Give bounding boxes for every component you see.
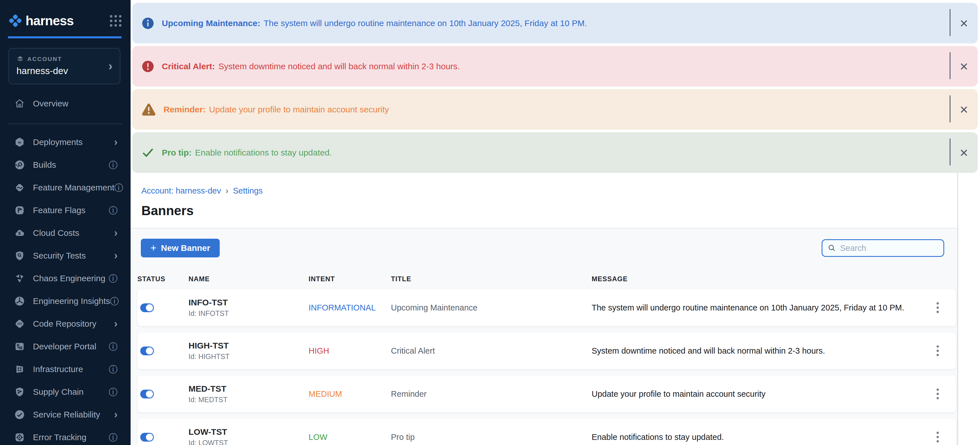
deployments-icon: ∞ bbox=[14, 137, 25, 148]
info-circle-icon: ⓘ bbox=[109, 365, 118, 374]
close-icon[interactable]: × bbox=[957, 15, 971, 32]
banner-label: Upcoming Maintenance: bbox=[162, 19, 260, 28]
header-status: STATUS bbox=[137, 275, 188, 283]
banner-id: Id: MEDTST bbox=[188, 396, 309, 404]
banner-name: INFO-TST bbox=[188, 298, 309, 307]
status-toggle[interactable] bbox=[140, 389, 154, 399]
sidebar-item-feature-management[interactable]: Feature Management ⓘ bbox=[0, 176, 130, 199]
sidebar-item-label: Chaos Engineering bbox=[33, 273, 105, 283]
close-icon[interactable]: × bbox=[957, 101, 971, 118]
row-menu-kebab-icon[interactable] bbox=[931, 386, 944, 402]
close-icon[interactable]: × bbox=[957, 58, 971, 75]
info-circle-icon: ⓘ bbox=[110, 297, 119, 306]
service-reliability-icon bbox=[14, 409, 25, 420]
account-label: ACCOUNT bbox=[27, 56, 62, 62]
intent-badge: LOW bbox=[309, 432, 327, 442]
sidebar-item-infrastructure[interactable]: Infrastructure ⓘ bbox=[0, 358, 130, 381]
sidebar-item-deployments[interactable]: ∞ Deployments › bbox=[0, 131, 130, 154]
banner-label: Pro tip: bbox=[162, 148, 192, 157]
header-message: MESSAGE bbox=[592, 275, 919, 283]
sidebar-item-label: Code Repository bbox=[33, 319, 96, 329]
intent-badge: HIGH bbox=[309, 346, 329, 355]
banner-divider bbox=[950, 9, 950, 36]
sidebar-item-developer-portal[interactable]: Developer Portal ⓘ bbox=[0, 335, 130, 358]
check-icon bbox=[142, 146, 154, 159]
status-toggle[interactable] bbox=[140, 346, 154, 355]
sidebar-item-cloud-costs[interactable]: $ Cloud Costs › bbox=[0, 222, 130, 244]
sidebar-divider bbox=[8, 124, 123, 124]
sidebar-item-supply-chain[interactable]: Supply Chain ⓘ bbox=[0, 381, 130, 403]
logo-text: harness bbox=[25, 13, 73, 29]
search-icon bbox=[827, 243, 836, 253]
page-title: Banners bbox=[142, 203, 957, 218]
breadcrumb-account-link[interactable]: Account: harness-dev bbox=[142, 186, 221, 195]
banner-message-cell: System downtime noticed and will back no… bbox=[592, 346, 825, 355]
svg-text:∞: ∞ bbox=[18, 140, 21, 145]
cloud-costs-icon: $ bbox=[14, 227, 25, 238]
status-toggle[interactable] bbox=[140, 433, 154, 442]
info-circle-icon: ⓘ bbox=[109, 161, 118, 169]
banner-id: Id: INFOTST bbox=[188, 309, 309, 318]
main-body: Account: harness-dev › Settings Banners … bbox=[130, 173, 980, 445]
notification-banners: Upcoming Maintenance: The system will un… bbox=[130, 0, 980, 173]
sidebar-item-engineering-insights[interactable]: Engineering Insights ⓘ bbox=[0, 290, 130, 313]
sidebar-item-label: Security Tests bbox=[33, 251, 86, 261]
info-circle-icon: ⓘ bbox=[109, 388, 118, 396]
code-repository-icon: </> bbox=[14, 318, 25, 329]
status-toggle[interactable] bbox=[140, 304, 154, 312]
banner-title: Critical Alert bbox=[391, 346, 435, 355]
infrastructure-icon bbox=[14, 364, 25, 375]
breadcrumb-settings-link[interactable]: Settings bbox=[233, 186, 262, 195]
banner-title: Pro tip bbox=[391, 432, 415, 442]
table-row: LOW-TST Id: LOWTST LOW Pro tip Enable no… bbox=[137, 419, 956, 445]
info-circle-icon: ⓘ bbox=[115, 183, 123, 192]
sidebar-item-feature-flags[interactable]: Feature Flags ⓘ bbox=[0, 199, 130, 222]
chevron-right-icon: › bbox=[114, 319, 118, 329]
intent-badge: INFORMATIONAL bbox=[309, 303, 375, 312]
banner-name: HIGH-TST bbox=[188, 341, 309, 351]
sidebar: harness ACCOUNT harness-dev › Overview ∞ bbox=[0, 0, 130, 445]
row-menu-kebab-icon[interactable] bbox=[931, 343, 944, 358]
sidebar-item-error-tracking[interactable]: Error Tracking ⓘ bbox=[0, 426, 130, 445]
banner-divider bbox=[950, 138, 950, 165]
banner-name: MED-TST bbox=[188, 384, 309, 394]
row-menu-kebab-icon[interactable] bbox=[931, 300, 944, 315]
new-banner-button[interactable]: + New Banner bbox=[141, 239, 220, 257]
banner-warning: Reminder: Update your profile to maintai… bbox=[132, 89, 978, 130]
header-title: TITLE bbox=[391, 275, 592, 283]
table-row: MED-TST Id: MEDTST MEDIUM Reminder Updat… bbox=[137, 375, 956, 412]
banner-critical: Critical Alert: System downtime noticed … bbox=[132, 46, 978, 87]
builds-icon bbox=[14, 159, 25, 170]
search-box bbox=[822, 239, 944, 257]
sidebar-item-overview[interactable]: Overview bbox=[0, 92, 130, 115]
banner-title: Reminder bbox=[391, 389, 427, 399]
chevron-right-icon: › bbox=[114, 137, 118, 147]
home-icon bbox=[14, 98, 25, 109]
sidebar-item-label: Feature Management bbox=[33, 183, 115, 192]
logo-row: harness bbox=[0, 0, 130, 29]
banner-message: Enable notifications to stay updated. bbox=[195, 148, 332, 157]
sidebar-item-service-reliability[interactable]: Service Reliability › bbox=[0, 403, 130, 426]
banner-divider bbox=[950, 52, 950, 79]
intent-badge: MEDIUM bbox=[309, 389, 342, 399]
sidebar-item-security-tests[interactable]: Security Tests › bbox=[0, 244, 130, 267]
warning-triangle-icon bbox=[142, 103, 156, 116]
sidebar-item-label: Deployments bbox=[33, 137, 83, 147]
banner-informational: Upcoming Maintenance: The system will un… bbox=[132, 3, 978, 43]
search-input[interactable] bbox=[840, 243, 938, 253]
sidebar-item-builds[interactable]: Builds ⓘ bbox=[0, 154, 130, 176]
header-intent: INTENT bbox=[309, 275, 391, 283]
banner-title: Upcoming Maintenance bbox=[391, 303, 477, 312]
sidebar-item-chaos-engineering[interactable]: Chaos Engineering ⓘ bbox=[0, 267, 130, 290]
sidebar-item-code-repository[interactable]: </> Code Repository › bbox=[0, 313, 130, 335]
security-tests-icon bbox=[14, 250, 25, 261]
row-menu-kebab-icon[interactable] bbox=[931, 429, 944, 445]
chaos-engineering-icon bbox=[14, 273, 25, 284]
account-selector[interactable]: ACCOUNT harness-dev › bbox=[8, 48, 120, 84]
close-icon[interactable]: × bbox=[957, 145, 971, 161]
svg-text:$: $ bbox=[18, 231, 21, 235]
banner-message: Update your profile to maintain account … bbox=[209, 105, 389, 114]
apps-grid-icon[interactable] bbox=[110, 15, 121, 27]
banner-name: LOW-TST bbox=[188, 427, 309, 437]
banner-message: The system will undergo routine maintena… bbox=[264, 19, 587, 28]
